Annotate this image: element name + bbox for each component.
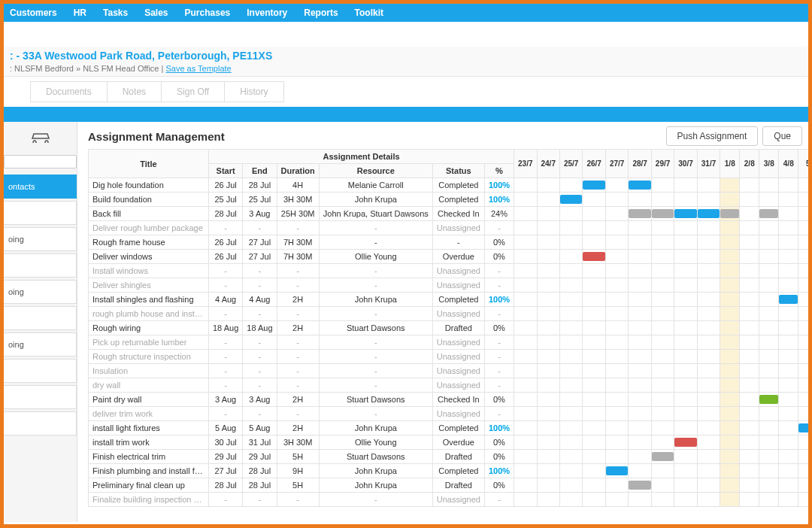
gantt-bar[interactable] [560,195,582,204]
tab-documents[interactable]: Documents [30,81,107,102]
push-assignment-button[interactable]: Push Assignment [666,126,759,146]
date-header: 23/7 [514,150,537,178]
table-row[interactable]: Preliminary final clean up28 Jul28 Jul5H… [89,478,809,493]
table-row[interactable]: Finish plumbing and install furnace27 Ju… [89,464,809,478]
table-row[interactable]: Back fill28 Jul3 Aug25H 30MJohn Krupa, S… [89,207,809,221]
save-template-link[interactable]: Save as Template [165,64,231,73]
nav-inventory[interactable]: Inventory [247,8,287,18]
group-header: Assignment Details [209,150,514,164]
table-row[interactable]: Rough wiring18 Aug18 Aug2HStuart Dawsons… [89,321,809,335]
sidebar-item-2[interactable]: oing [4,227,77,251]
gantt-bar[interactable] [798,423,808,432]
table-row[interactable]: Insulation----Unassigned- [89,364,809,378]
nav-reports[interactable]: Reports [304,8,338,18]
breadcrumb-bar: : - 33A Westwood Park Road, Peterborough… [4,47,808,77]
date-header: 26/7 [583,150,605,178]
gantt-bar[interactable] [779,295,798,304]
gantt-bar[interactable] [606,466,628,475]
gantt-bar[interactable] [759,209,778,218]
table-row[interactable]: Dig hole foundation26 Jul28 Jul4HMelanie… [89,178,809,193]
date-header: 1/8 [720,150,740,178]
nav-tasks[interactable]: Tasks [103,8,128,18]
sidebar: ontactsoingoingoing [4,122,77,522]
sidebar-item-5[interactable] [4,306,77,330]
date-header: 31/7 [697,150,720,178]
table-row[interactable]: Finalize building inspection approva----… [89,493,809,507]
table-row[interactable]: dry wall----Unassigned- [89,378,809,393]
nav-hr[interactable]: HR [74,8,86,18]
table-row[interactable]: Deliver shingles----Unassigned- [89,278,809,293]
gantt-bar[interactable] [583,252,604,261]
table-row[interactable]: Build foundation25 Jul25 Jul3H 30MJohn K… [89,193,809,207]
gantt-bar[interactable] [629,181,650,190]
breadcrumb-path: : NLSFM Bedford » NLS FM Head Office | [10,64,165,73]
sidebar-item-1[interactable] [4,201,77,225]
date-header: 25/7 [559,150,582,178]
date-header: 2/8 [740,150,759,178]
tab-history[interactable]: History [224,81,283,102]
table-row[interactable]: Install windows----Unassigned- [89,264,809,278]
table-row[interactable]: Deliver rough lumber package----Unassign… [89,221,809,235]
page-title: : - 33A Westwood Park Road, Peterborough… [10,50,802,62]
gantt-bar[interactable] [652,209,674,218]
date-header: 30/7 [674,150,697,178]
queue-button[interactable]: Que [762,126,802,146]
sidebar-search[interactable] [4,155,77,168]
table-row[interactable]: Finish electrical trim29 Jul29 Jul5HStua… [89,450,809,464]
table-row[interactable]: install light fixtures5 Aug5 Aug2HJohn K… [89,421,809,435]
sidebar-item-8[interactable] [4,385,77,409]
gantt-bar[interactable] [674,209,696,218]
sidebar-item-0[interactable]: ontacts [4,174,77,199]
nav-purchases[interactable]: Purchases [185,8,231,18]
date-header: 4/8 [779,150,798,178]
sidebar-item-3[interactable] [4,253,77,278]
gantt-bar[interactable] [583,181,604,190]
assignment-grid: TitleAssignment Details23/724/725/726/72… [88,149,808,507]
content-panel: Assignment Management Push Assignment Qu… [77,122,808,522]
breadcrumb-sub: : NLSFM Bedford » NLS FM Head Office | S… [10,64,802,73]
date-header: 29/7 [651,150,674,178]
table-row[interactable]: install trim work30 Jul31 Jul3H 30MOllie… [89,435,809,450]
nav-sales[interactable]: Sales [144,8,168,18]
date-header: 24/7 [537,150,559,178]
sidebar-item-9[interactable] [4,411,77,435]
gantt-bar[interactable] [629,481,650,490]
nav-toolkit[interactable]: Toolkit [355,8,383,18]
sidebar-item-6[interactable]: oing [4,332,77,357]
date-header: 28/7 [629,150,651,178]
sidebar-item-7[interactable] [4,359,77,383]
gantt-bar[interactable] [759,395,778,404]
section-divider [4,107,808,122]
table-row[interactable]: rough plumb house and install duct----Un… [89,307,809,321]
table-row[interactable]: Install shingles and flashing4 Aug4 Aug2… [89,293,809,307]
table-row[interactable]: Deliver windows26 Jul27 Jul7H 30MOllie Y… [89,250,809,264]
table-row[interactable]: Rough frame house26 Jul27 Jul7H 30M--0% [89,235,809,250]
table-row[interactable]: Pick up returnable lumber----Unassigned- [89,335,809,350]
tabs-row: DocumentsNotesSign OffHistory [4,77,808,107]
table-row[interactable]: Rough structure inspection----Unassigned… [89,350,809,364]
date-header: 27/7 [605,150,628,178]
table-row[interactable]: deliver trim work----Unassigned- [89,407,809,421]
gantt-bar[interactable] [674,438,696,447]
vehicle-icon [4,126,77,153]
spacer [4,22,808,47]
table-row[interactable]: Paint dry wall3 Aug3 Aug2HStuart Dawsons… [89,393,809,407]
content-heading: Assignment Management [88,130,225,143]
tab-sign-off[interactable]: Sign Off [161,81,224,102]
gantt-bar[interactable] [629,209,650,218]
nav-customers[interactable]: Customers [10,8,57,18]
top-nav: CustomersHRTasksSalesPurchasesInventoryR… [4,4,808,22]
sidebar-item-4[interactable]: oing [4,280,77,304]
date-header: 5 [798,150,808,178]
grid-scroll[interactable]: TitleAssignment Details23/724/725/726/72… [88,149,808,510]
date-header: 3/8 [759,150,779,178]
tab-notes[interactable]: Notes [107,81,161,102]
gantt-bar[interactable] [652,452,674,461]
gantt-bar[interactable] [720,209,739,218]
gantt-bar[interactable] [698,209,720,218]
